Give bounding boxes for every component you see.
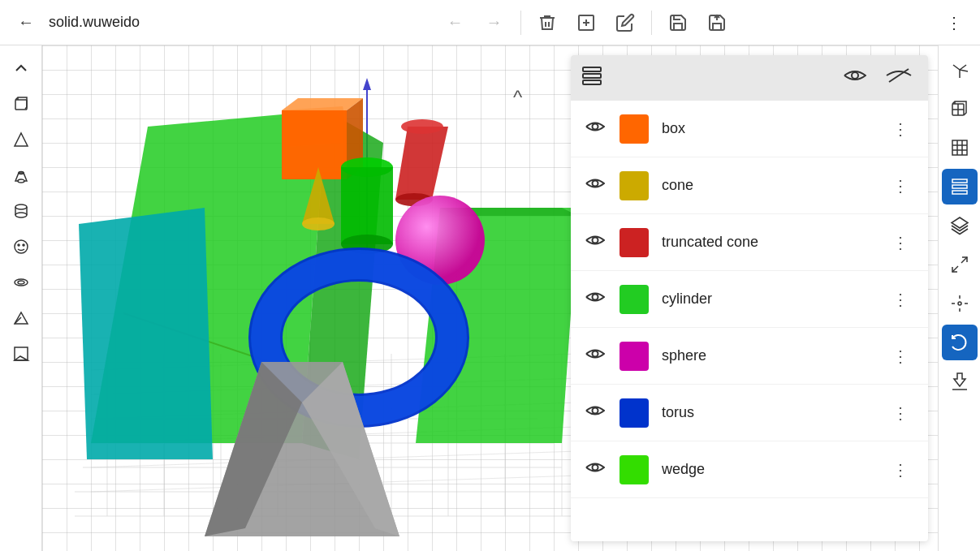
svg-marker-81 — [282, 110, 347, 179]
visibility-eye-cone[interactable] — [584, 175, 607, 196]
divider-1 — [520, 11, 521, 35]
hide-all-button[interactable] — [879, 62, 918, 93]
svg-point-108 — [593, 351, 598, 357]
item-label-box: box — [662, 120, 873, 137]
svg-marker-38 — [952, 217, 968, 228]
grid-toggle-button[interactable] — [942, 130, 978, 166]
divider-2 — [651, 11, 652, 35]
visibility-eye-box[interactable] — [584, 118, 607, 139]
visibility-eye-cylinder[interactable] — [584, 289, 607, 309]
panel-list-icon — [581, 64, 603, 92]
svg-rect-35 — [952, 179, 967, 183]
sidebar-cylinder[interactable] — [5, 195, 37, 227]
undo-button-right[interactable] — [942, 325, 978, 360]
svg-rect-37 — [952, 191, 967, 194]
item-more-sphere[interactable]: ⋮ — [886, 343, 915, 369]
svg-point-90 — [401, 119, 443, 134]
svg-line-25 — [960, 70, 968, 71]
edit-button[interactable] — [609, 6, 641, 39]
svg-rect-100 — [583, 74, 601, 78]
fit-screen-button[interactable] — [942, 247, 978, 282]
item-more-torus[interactable]: ⋮ — [886, 400, 915, 426]
layers-panel-button[interactable] — [942, 169, 978, 204]
toolbar-center: ← → — [244, 6, 928, 39]
sidebar-wedge[interactable] — [5, 302, 37, 334]
undo-button[interactable]: ← — [439, 6, 472, 39]
item-label-tcone: truncated cone — [662, 234, 873, 251]
svg-point-85 — [302, 217, 335, 230]
visibility-eye-wedge[interactable] — [584, 459, 607, 480]
layer-item-truncated-cone[interactable]: truncated cone ⋮ — [571, 214, 928, 271]
import-button[interactable] — [942, 364, 978, 399]
item-label-wedge: wedge — [662, 461, 873, 478]
color-swatch-torus — [620, 398, 649, 428]
visibility-eye-sphere[interactable] — [584, 346, 607, 366]
svg-marker-21 — [15, 356, 28, 360]
right-sidebar — [938, 45, 980, 551]
add-button[interactable] — [570, 6, 602, 39]
color-swatch-tcone — [620, 228, 649, 257]
stack-button[interactable] — [942, 208, 978, 243]
item-more-box[interactable]: ⋮ — [886, 116, 915, 142]
sidebar-triangle[interactable] — [5, 123, 37, 156]
layer-item-sphere[interactable]: sphere ⋮ — [571, 328, 928, 385]
delete-button[interactable] — [531, 6, 563, 39]
visibility-eye-tcone[interactable] — [584, 232, 607, 252]
svg-rect-101 — [583, 80, 601, 84]
layer-item-cone[interactable]: cone ⋮ — [571, 157, 928, 214]
sidebar-truncated[interactable] — [5, 159, 37, 192]
panel-header — [571, 55, 928, 101]
transform-button[interactable] — [942, 286, 978, 321]
svg-marker-46 — [954, 373, 965, 386]
svg-marker-89 — [395, 127, 448, 200]
svg-line-22 — [960, 65, 966, 70]
sidebar-torus[interactable] — [5, 266, 37, 299]
sidebar-bottom[interactable] — [5, 338, 37, 370]
svg-line-23 — [953, 65, 960, 70]
axes-view-button[interactable] — [942, 52, 978, 88]
back-button[interactable]: ← — [10, 6, 42, 39]
svg-rect-36 — [952, 185, 967, 188]
export-button[interactable] — [701, 6, 733, 39]
item-more-cone[interactable]: ⋮ — [886, 173, 915, 199]
color-swatch-wedge — [620, 455, 649, 484]
svg-point-7 — [18, 179, 24, 183]
item-more-wedge[interactable]: ⋮ — [886, 457, 915, 483]
svg-line-39 — [961, 257, 967, 263]
svg-line-40 — [952, 266, 958, 272]
svg-point-104 — [593, 124, 598, 130]
svg-rect-99 — [583, 67, 601, 71]
top-toolbar: ← solid.wuweido ← → — [0, 0, 980, 45]
save-button[interactable] — [662, 6, 694, 39]
cube-nav-button[interactable] — [942, 91, 978, 127]
layer-item-box[interactable]: box ⋮ — [571, 101, 928, 157]
svg-point-13 — [15, 240, 28, 253]
item-label-cone: cone — [662, 177, 873, 194]
file-title: solid.wuweido — [49, 14, 140, 31]
svg-point-106 — [593, 238, 598, 243]
svg-point-109 — [593, 408, 598, 414]
layer-item-wedge[interactable]: wedge ⋮ — [571, 441, 928, 498]
item-more-cylinder[interactable]: ⋮ — [886, 286, 915, 312]
sidebar-up-arrow[interactable] — [5, 52, 37, 84]
svg-point-41 — [958, 302, 961, 305]
canvas-area[interactable]: ^ — [42, 45, 938, 551]
svg-point-17 — [18, 281, 24, 284]
layer-item-torus[interactable]: torus ⋮ — [571, 385, 928, 441]
sidebar-box-3d[interactable] — [5, 88, 37, 120]
sidebar-face[interactable] — [5, 230, 37, 263]
layer-item-cylinder[interactable]: cylinder ⋮ — [571, 271, 928, 328]
color-swatch-sphere — [620, 342, 649, 371]
more-menu-button[interactable]: ⋮ — [938, 6, 970, 39]
item-label-torus: torus — [662, 404, 873, 421]
visibility-eye-torus[interactable] — [584, 402, 607, 423]
show-all-button[interactable] — [837, 62, 873, 93]
svg-point-105 — [593, 181, 598, 187]
redo-button[interactable]: → — [478, 6, 511, 39]
svg-point-14 — [18, 244, 19, 246]
item-more-tcone[interactable]: ⋮ — [886, 230, 915, 256]
svg-text:^: ^ — [513, 86, 523, 108]
svg-point-12 — [15, 213, 27, 217]
left-sidebar — [0, 45, 42, 551]
svg-point-102 — [852, 72, 858, 79]
